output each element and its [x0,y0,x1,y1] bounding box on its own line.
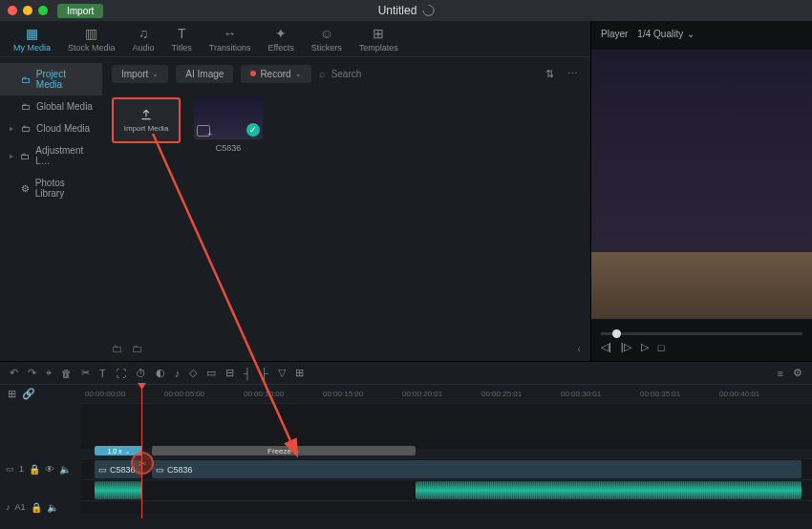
mute-icon[interactable]: 🔈 [59,464,71,475]
undo-icon[interactable]: ↶ [10,367,18,379]
record-dot-icon [250,71,256,76]
new-folder-icon[interactable]: 🗀 [112,343,122,354]
new-bin-icon[interactable]: 🗀 [132,343,142,354]
seek-bar[interactable] [601,332,802,335]
mark-in-icon[interactable]: ┤ [244,368,251,379]
tab-my-media[interactable]: ▦My Media [13,26,51,53]
media-toolbar: Import⌄ AI Image Record⌄ ⌕ ⇅ ⋯ [102,57,590,90]
track-label: A1 [15,502,26,512]
audio-clip[interactable] [95,481,142,499]
trash-icon[interactable]: 🗑 [61,368,72,379]
tool-c-icon[interactable]: ⊞ [295,367,304,379]
window-controls [8,6,48,15]
mute-icon[interactable]: 🔈 [47,502,58,513]
media-clip[interactable]: ✓ C5836 [194,97,263,153]
audio-clip[interactable] [416,481,801,499]
prev-icon[interactable]: ‹ [577,343,581,354]
tab-effects[interactable]: ✦Effects [267,26,293,53]
keyframe-icon[interactable]: ◇ [189,367,197,379]
sidebar-item-cloud-media[interactable]: ▸🗀Cloud Media [0,117,102,139]
more-icon[interactable]: ⋯ [565,65,581,83]
speed-icon[interactable]: ⏱ [136,368,146,379]
expand-icon[interactable]: ▸ [10,124,15,133]
video-track: ▭ 1 🔒 👁 🔈 ▭C5836 ▭C5836 [0,458,812,479]
sidebar-item-adjustment[interactable]: ▸🗀Adjustment L… [0,139,102,172]
video-clip[interactable]: ▭C5836 [152,460,801,478]
player-label: Player [601,29,628,39]
folder-icon: 🗀 [21,101,31,112]
mixer-icon[interactable]: ≡ [778,368,783,379]
effects-icon: ✦ [273,26,288,41]
tab-templates[interactable]: ⊞Templates [359,26,398,53]
search-icon: ⌕ [319,68,326,79]
reload-icon[interactable] [420,3,437,19]
tab-stickers[interactable]: ☺Stickers [311,26,342,53]
import-media-card[interactable]: Import Media [112,97,181,143]
tab-audio[interactable]: ♫Audio [133,26,155,53]
split-icon[interactable]: ✂ [81,367,90,379]
sidebar-item-project-media[interactable]: 🗀Project Media [0,63,102,95]
timeline-tracks: 1.0 x⌄ Freeze⌄ ▭ 1 🔒 👁 🔈 ▭C5836 ▭C5836 ♪… [0,403,812,514]
stock-icon: ▥ [84,26,99,41]
import-pill[interactable]: Import [57,4,103,18]
ai-image-button[interactable]: AI Image [176,65,233,83]
time-ruler[interactable]: 00:00:00:00 00:00:05:00 00:00:10:00 00:0… [81,385,812,403]
eye-icon[interactable]: 👁 [45,464,54,475]
import-dropdown[interactable]: Import⌄ [112,65,168,83]
titlebar: Import Untitled [0,0,812,21]
mark-out-icon[interactable]: ├ [261,368,268,379]
upload-icon [139,108,153,121]
video-track-icon: ▭ [6,464,14,474]
preview-pane: Player 1/4 Quality⌄ ◁| |▷ ▷ □ [590,21,812,361]
lock-icon[interactable]: 🔒 [29,464,40,475]
step-fwd-button[interactable]: |▷ [621,341,631,353]
lock-icon[interactable]: 🔒 [31,502,42,513]
cut-point-marker[interactable] [131,452,154,475]
search-field[interactable]: ⌕ [319,68,535,79]
marker-icon[interactable]: ▽ [278,367,286,379]
media-icon: ▦ [25,26,40,41]
settings-icon[interactable]: ⚙ [793,367,802,379]
clip-icon: ▭ [98,465,107,475]
record-dropdown[interactable]: Record⌄ [241,65,310,83]
media-grid: Import Media ✓ C5836 [102,90,590,336]
maximize-window[interactable] [38,6,48,15]
snap-icon[interactable]: ⊞ [8,388,16,400]
tool-a-icon[interactable]: ▭ [206,367,216,379]
audio-track-embedded [0,479,812,500]
filter-icon[interactable]: ⇅ [543,65,557,83]
timeline-toolbar: ↶ ↷ ⌖ 🗑 ✂ T ⛶ ⏱ ◐ ♪ ◇ ▭ ⊟ ┤ ├ ▽ ⊞ ≡ ⚙ [0,361,812,384]
templates-icon: ⊞ [371,26,386,41]
color-icon[interactable]: ◐ [156,367,165,379]
tab-titles[interactable]: TTitles [172,26,192,53]
redo-icon[interactable]: ↷ [28,367,36,379]
seek-knob[interactable] [612,329,621,338]
close-window[interactable] [8,6,17,15]
expand-icon[interactable]: ▸ [10,152,14,160]
freeze-clip[interactable]: Freeze⌄ [152,446,416,455]
link-icon[interactable]: 🔗 [22,388,35,400]
text-tool-icon[interactable]: T [99,368,106,379]
quality-dropdown[interactable]: 1/4 Quality⌄ [637,29,694,39]
play-button[interactable]: ▷ [641,341,649,353]
add-to-timeline-icon[interactable] [197,125,210,137]
tool-b-icon[interactable]: ⊟ [225,367,234,379]
preview-canvas[interactable] [591,50,812,319]
sidebar-item-photos-library[interactable]: ⚙Photos Library [0,172,102,204]
track-number: 1 [19,464,24,474]
document-title: Untitled [378,4,435,17]
chevron-down-icon: ⌄ [152,70,159,78]
tab-stock-media[interactable]: ▥Stock Media [68,26,116,53]
sidebar-item-global-media[interactable]: 🗀Global Media [0,95,102,117]
crop-icon[interactable]: ⛶ [116,368,126,379]
clip-label: C5836 [194,143,263,153]
audio-tool-icon[interactable]: ♪ [175,368,181,379]
tab-transitions[interactable]: ↔Transitions [209,26,251,53]
cursor-tool-icon[interactable]: ⌖ [46,367,52,379]
step-back-button[interactable]: ◁| [601,341,611,353]
stop-button[interactable]: □ [658,342,665,353]
minimize-window[interactable] [23,6,32,15]
gear-icon: ⚙ [21,183,30,194]
search-input[interactable] [331,69,535,79]
titles-icon: T [174,26,189,41]
